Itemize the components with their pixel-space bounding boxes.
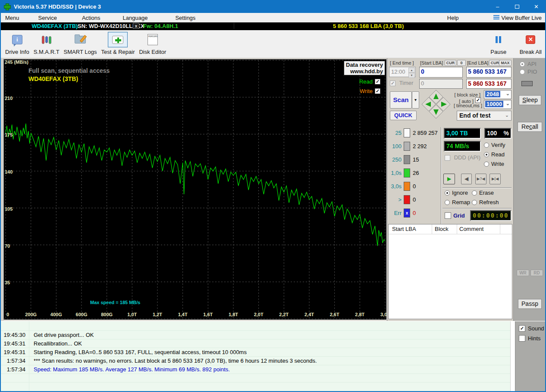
spinner-arrows[interactable]: ▲▼ xyxy=(408,68,415,76)
rd-button[interactable]: RD xyxy=(530,270,543,276)
menu-item-service[interactable]: Service xyxy=(35,14,60,22)
refresh-option[interactable]: Refresh xyxy=(472,199,499,205)
x-tick-label: 2,8T xyxy=(355,312,364,317)
divider xyxy=(442,187,511,188)
y-tick-label: 105 xyxy=(5,206,13,212)
ddd-option[interactable]: DDD (API) xyxy=(445,154,480,161)
test-repair-button[interactable]: Test & Repair xyxy=(101,32,135,55)
remap-radio[interactable] xyxy=(445,200,450,205)
end-lba-label: [End LBA] xyxy=(467,60,489,65)
write-option[interactable]: Write xyxy=(484,161,504,167)
break-all-button[interactable]: ✕ Break All xyxy=(520,32,542,55)
start-lba-input[interactable]: 0 xyxy=(419,67,463,78)
drive-info-button[interactable]: i Drive Info xyxy=(5,32,29,55)
menu-item-language[interactable]: Language xyxy=(119,14,151,22)
end-of-test-combo[interactable]: End of test ⌄ xyxy=(457,111,511,121)
ignore-radio[interactable] xyxy=(445,190,450,196)
start-lba-cur-button[interactable]: CUR xyxy=(445,60,456,66)
menu-item-settings[interactable]: Settings xyxy=(172,14,199,22)
speed-display: 74 MB/s xyxy=(444,141,481,152)
step-button[interactable]: ▶|◀ xyxy=(490,174,501,184)
erase-option[interactable]: Erase xyxy=(472,190,494,196)
auto-checkbox[interactable] xyxy=(475,97,481,103)
column-block[interactable]: Block xyxy=(435,226,449,232)
menu-item-help[interactable]: Help xyxy=(444,14,462,22)
chevron-down-icon: ⌄ xyxy=(506,101,510,106)
x-tick-label: 2,0T xyxy=(254,312,264,317)
grid-checkbox[interactable] xyxy=(445,212,451,219)
stat-block-25 xyxy=(404,128,410,137)
play-back-button[interactable]: ◀ xyxy=(461,174,472,184)
api-option[interactable]: API xyxy=(520,61,537,67)
main-area: Full scan, sequential access WD40EFAX (3… xyxy=(0,58,546,321)
scan-button[interactable]: Scan xyxy=(390,91,412,109)
first-aid-icon xyxy=(112,36,123,44)
read-option[interactable]: Read xyxy=(484,151,505,158)
disk-editor-button[interactable]: 010110110011101000001 Disk Editor xyxy=(139,32,166,55)
scan-question-button[interactable]: ▶?◀ xyxy=(475,174,486,184)
timeout-combo[interactable]: 10000 ⌄ xyxy=(484,100,511,109)
wr-button[interactable]: WR xyxy=(517,270,529,276)
timer-option[interactable]: Timer xyxy=(390,80,413,86)
toolbar: i Drive Info S.M.A.R.T SMART Logs Test &… xyxy=(1,30,545,58)
menu-item-menu[interactable]: Menu xyxy=(2,14,23,22)
remap-option[interactable]: Remap xyxy=(445,199,470,205)
victoria-window: Victoria 5.37 HDD/SSD | Device 3 – ✕ Men… xyxy=(0,0,546,392)
ignore-option[interactable]: Ignore xyxy=(445,190,468,196)
smart-logs-button[interactable]: SMART Logs xyxy=(64,32,97,55)
read-checkbox[interactable] xyxy=(375,79,380,84)
log-row: 19:45:31 Starting Reading, LBA=0..5 860 … xyxy=(1,348,510,357)
sound-option[interactable]: Sound xyxy=(519,325,544,332)
column-start-lba[interactable]: Start LBA xyxy=(392,226,416,232)
log-area: 19:45:30 Get drive passport... OK 19:45:… xyxy=(0,321,546,392)
log-scrollbar[interactable] xyxy=(510,321,515,392)
passp-button[interactable]: Passp xyxy=(518,299,542,309)
y-tick-label: 35 xyxy=(5,280,10,285)
minimize-button[interactable]: – xyxy=(488,0,507,13)
defect-table[interactable]: Start LBA Block Comment xyxy=(388,224,512,319)
menu-item-actions[interactable]: Actions xyxy=(78,14,104,22)
write-checkbox[interactable] xyxy=(375,88,380,94)
erase-radio[interactable] xyxy=(472,190,477,196)
scan-dropdown-button[interactable]: ▾ xyxy=(412,91,419,109)
read-radio[interactable] xyxy=(484,152,489,157)
stat-row-over: > 0 xyxy=(387,195,441,205)
hints-checkbox[interactable] xyxy=(519,335,525,342)
write-radio[interactable] xyxy=(484,162,489,167)
end-time-spinner[interactable]: 12:00 ▲▼ xyxy=(389,67,416,77)
block-size-label: [ block size ] xyxy=(448,92,480,97)
api-radio[interactable] xyxy=(520,62,525,67)
smart-button[interactable]: S.M.A.R.T xyxy=(34,32,60,55)
close-button[interactable]: ✕ xyxy=(527,0,546,13)
pause-button[interactable]: Pause xyxy=(489,32,508,55)
ddd-checkbox[interactable] xyxy=(445,155,450,161)
pio-option[interactable]: PIO xyxy=(520,68,537,75)
verify-radio[interactable] xyxy=(484,143,489,148)
recall-button[interactable]: Recall xyxy=(518,122,542,132)
device-close-button[interactable]: x xyxy=(133,23,139,29)
hints-option[interactable]: Hints xyxy=(519,335,541,342)
stat-block-250 xyxy=(404,155,410,164)
end-lba-input[interactable]: 5 860 533 167 xyxy=(466,67,511,78)
column-comment[interactable]: Comment xyxy=(459,226,483,232)
ddd-label: DDD (API) xyxy=(454,154,480,161)
folder-pencil-icon xyxy=(75,36,86,44)
maximize-button[interactable] xyxy=(507,0,527,13)
grid-label: Grid xyxy=(453,212,465,219)
start-lba-zero-button[interactable]: 0 xyxy=(457,60,466,66)
verify-option[interactable]: Verify xyxy=(484,142,505,148)
pio-radio[interactable] xyxy=(520,69,525,75)
play-forward-button[interactable]: ▶ xyxy=(443,174,455,184)
log-list[interactable]: 19:45:30 Get drive passport... OK 19:45:… xyxy=(1,321,510,392)
max-speed-annotation: Max speed = 185 MB/s xyxy=(90,300,140,305)
stat-block-1s xyxy=(404,168,410,177)
sound-checkbox[interactable] xyxy=(519,325,525,332)
refresh-radio[interactable] xyxy=(472,200,477,205)
end-lba-max-button[interactable]: MAX xyxy=(499,60,511,66)
timer-checkbox[interactable] xyxy=(390,81,395,86)
log-row: 1:57:34 *** Scan results: no warnings, n… xyxy=(1,357,510,365)
block-size-combo[interactable]: 2048 ⌄ xyxy=(484,90,511,99)
view-buffer-live[interactable]: View Buffer Live xyxy=(493,14,544,22)
sleep-button[interactable]: Sleep xyxy=(519,95,541,105)
quick-button[interactable]: QUICK xyxy=(390,111,417,120)
